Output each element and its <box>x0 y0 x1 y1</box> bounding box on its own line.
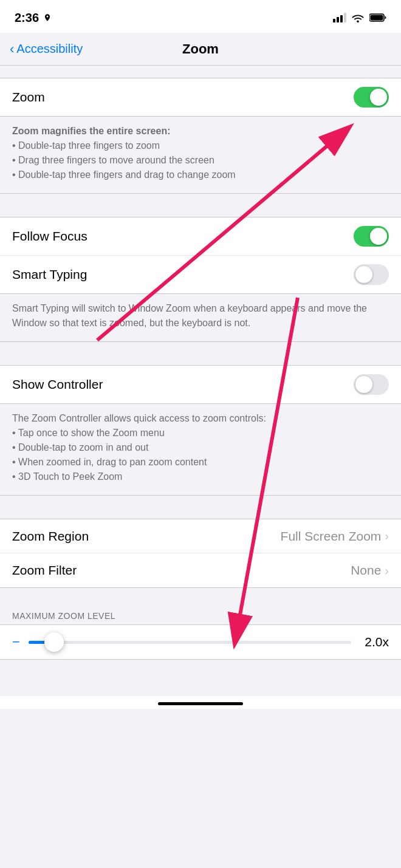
show-controller-row: Show Controller <box>0 366 401 403</box>
show-controller-label: Show Controller <box>12 377 103 392</box>
smart-typing-description: Smart Typing will switch to Window Zoom … <box>0 294 401 342</box>
home-bar <box>158 702 243 705</box>
zoom-region-chevron-icon: › <box>385 529 389 543</box>
zoom-filter-row[interactable]: Zoom Filter None › <box>0 553 401 587</box>
zoom-level-value: 2.0x <box>360 635 389 649</box>
svg-rect-2 <box>340 15 343 22</box>
home-indicator <box>0 696 401 709</box>
battery-icon <box>369 13 386 22</box>
follow-focus-toggle[interactable] <box>354 226 389 247</box>
zoom-desc-title: Zoom magnifies the entire screen: <box>12 126 171 136</box>
back-label: Accessibility <box>16 42 83 56</box>
spacer2 <box>0 342 401 365</box>
controller-desc-item4: • 3D Touch to Peek Zoom <box>12 471 122 482</box>
zoom-section: Zoom <box>0 78 401 117</box>
follow-focus-label: Follow Focus <box>12 229 87 244</box>
zoom-filter-current: None <box>351 563 381 578</box>
toggle-knob <box>370 89 387 106</box>
bottom-spacer <box>0 660 401 696</box>
svg-rect-1 <box>337 17 339 22</box>
zoom-desc-item2: • Drag three fingers to move around the … <box>12 155 214 165</box>
page-title: Zoom <box>182 41 219 57</box>
smart-typing-label: Smart Typing <box>12 267 87 282</box>
toggle-knob-sc <box>355 376 372 393</box>
slider-minus-icon: − <box>12 634 20 650</box>
spacer4 <box>0 588 401 605</box>
nav-header: ‹ Accessibility Zoom <box>0 33 401 66</box>
svg-rect-0 <box>333 19 335 22</box>
controller-desc-item1: • Tap once to show the Zoom menu <box>12 428 165 438</box>
wifi-icon <box>351 13 365 22</box>
smart-typing-desc-text: Smart Typing will switch to Window Zoom … <box>12 303 367 328</box>
zoom-slider[interactable] <box>29 641 351 644</box>
controller-desc-item2: • Double-tap to zoom in and out <box>12 442 148 453</box>
zoom-toggle-row: Zoom <box>0 78 401 116</box>
location-icon <box>43 13 52 22</box>
zoom-desc-item3: • Double-tap three fingers and drag to c… <box>12 169 236 180</box>
zoom-label: Zoom <box>12 90 45 104</box>
zoom-region-current: Full Screen Zoom <box>281 529 382 544</box>
toggle-knob-ff <box>370 228 387 245</box>
signal-icon <box>333 13 346 22</box>
svg-rect-3 <box>344 13 346 22</box>
zoom-filter-label: Zoom Filter <box>12 563 77 578</box>
follow-focus-row: Follow Focus <box>0 217 401 256</box>
zoom-region-label: Zoom Region <box>12 529 89 544</box>
spacer1 <box>0 194 401 217</box>
zoom-filter-value: None › <box>351 563 389 578</box>
top-spacer <box>0 66 401 78</box>
max-zoom-section-label: MAXIMUM ZOOM LEVEL <box>0 605 401 624</box>
focus-typing-section: Follow Focus Smart Typing <box>0 217 401 294</box>
zoom-filter-chevron-icon: › <box>385 564 389 578</box>
zoom-level-section: − 2.0x <box>0 624 401 660</box>
smart-typing-toggle[interactable] <box>354 264 389 285</box>
zoom-slider-row: − 2.0x <box>0 625 401 659</box>
region-filter-section: Zoom Region Full Screen Zoom › Zoom Filt… <box>0 519 401 588</box>
zoom-region-value: Full Screen Zoom › <box>281 529 389 544</box>
zoom-description: Zoom magnifies the entire screen: • Doub… <box>0 117 401 194</box>
back-button[interactable]: ‹ Accessibility <box>10 42 83 56</box>
status-icons <box>333 13 386 22</box>
slider-thumb[interactable] <box>44 632 64 652</box>
controller-desc-intro: The Zoom Controller allows quick access … <box>12 413 266 423</box>
toggle-knob-st <box>355 266 372 283</box>
time-label: 2:36 <box>15 11 39 25</box>
zoom-desc-item1: • Double-tap three fingers to zoom <box>12 140 160 151</box>
controller-desc-item3: • When zoomed in, drag to pan zoom conte… <box>12 457 207 467</box>
zoom-region-row[interactable]: Zoom Region Full Screen Zoom › <box>0 519 401 553</box>
zoom-toggle[interactable] <box>354 87 389 108</box>
smart-typing-row: Smart Typing <box>0 256 401 293</box>
status-bar: 2:36 <box>0 0 401 33</box>
show-controller-description: The Zoom Controller allows quick access … <box>0 404 401 496</box>
back-chevron-icon: ‹ <box>10 43 14 56</box>
status-time: 2:36 <box>15 11 52 25</box>
controller-section: Show Controller <box>0 365 401 404</box>
spacer3 <box>0 496 401 519</box>
svg-rect-5 <box>371 15 383 21</box>
show-controller-toggle[interactable] <box>354 374 389 395</box>
